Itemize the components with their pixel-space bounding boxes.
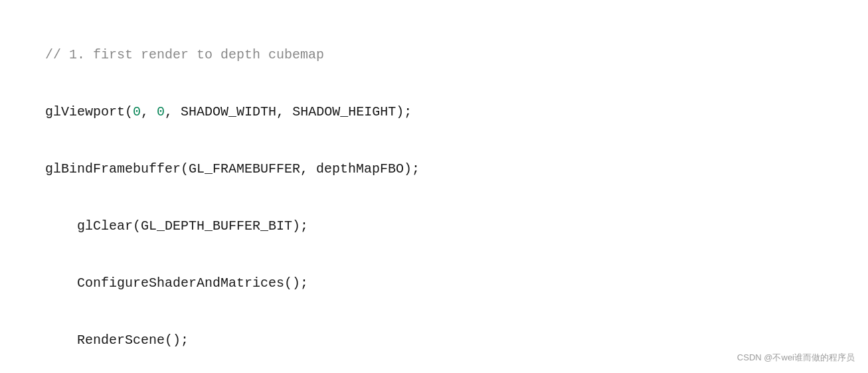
code-line-1: // 1. first render to depth cubemap	[45, 47, 324, 62]
code-line-2: glViewport(0, 0, SHADOW_WIDTH, SHADOW_HE…	[45, 104, 412, 119]
code-container: // 1. first render to depth cubemap glVi…	[0, 0, 868, 373]
code-line-5: ConfigureShaderAndMatrices();	[45, 275, 308, 291]
code-block: // 1. first render to depth cubemap glVi…	[13, 12, 855, 373]
code-line-4: glClear(GL_DEPTH_BUFFER_BIT);	[45, 218, 308, 234]
watermark: CSDN @不wei谁而做的程序员	[737, 352, 855, 364]
code-line-6: RenderScene();	[45, 333, 189, 348]
code-line-3: glBindFramebuffer(GL_FRAMEBUFFER, depthM…	[45, 161, 420, 177]
